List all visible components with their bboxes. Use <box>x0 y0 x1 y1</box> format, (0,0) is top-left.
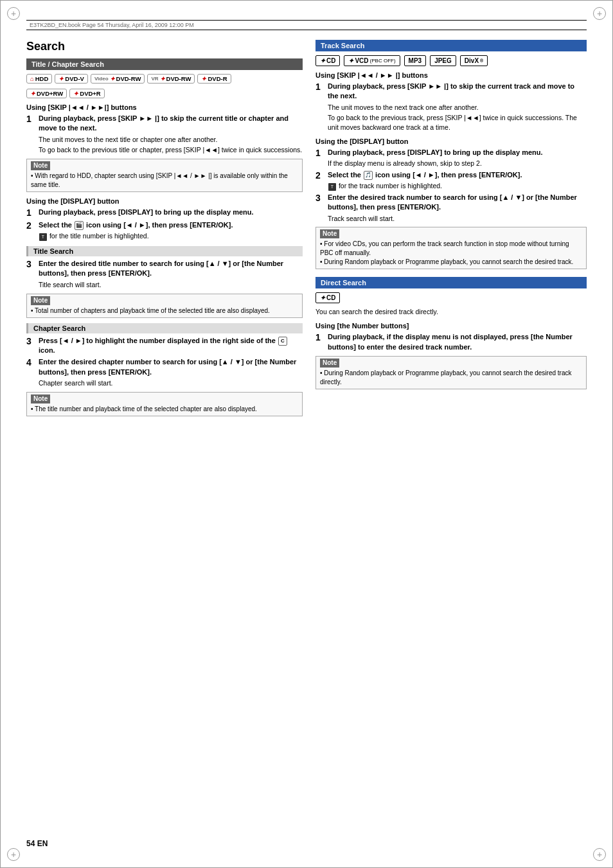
highlight-block-icon: T <box>39 233 47 241</box>
step-num-1ds: 1 <box>315 332 324 352</box>
direct-search-cd-icon: ✦CD <box>315 292 340 303</box>
step-2dr-main: Select the 🎵 icon using [◄ / ►], then pr… <box>328 170 587 180</box>
step-3dr-right: 3 Enter the desired track number to sear… <box>315 193 587 223</box>
step-2d-main: Select the 🎬 icon using [◄ / ►], then pr… <box>39 220 303 230</box>
track-icon-divx: DivX® <box>460 55 488 66</box>
device-vr-dvdrw: VR ✦DVD-RW <box>147 74 195 84</box>
note-text-skip: • With regard to HDD, chapter search usi… <box>31 172 298 190</box>
file-header-text: E3TK2BD_EN.book Page 54 Thursday, April … <box>30 22 194 28</box>
step-2d-note: T for the title number is highlighted. <box>39 231 303 241</box>
track-search-icon: 🎵 <box>364 171 373 180</box>
step-1dr-right: 1 During playback, press [DISPLAY] to br… <box>315 148 587 168</box>
note-label-direct: Note <box>320 359 339 368</box>
step-1dr-detail: If the display menu is already shown, sk… <box>328 159 587 168</box>
device-dvdv: ✦DVD-V <box>55 74 88 84</box>
step-num-2d: 2 <box>26 220 35 241</box>
step-1-main: During playback, press [SKIP ►► |] to sk… <box>39 114 303 134</box>
chapter-search-bar: Chapter Search <box>26 323 303 333</box>
corner-mark-bl <box>7 848 20 861</box>
track-search-bar: Track Search <box>315 40 587 51</box>
note-box-chapter: Note • The title number and playback tim… <box>26 392 303 416</box>
device-video-dvdrw: Video ✦DVD-RW <box>91 74 145 84</box>
step-1-left: 1 During playback, press [SKIP ►► |] to … <box>26 114 303 155</box>
step-1-detail2: To go back to the previous title or chap… <box>39 145 303 155</box>
corner-mark-tr <box>593 7 606 20</box>
step-3t-detail: Title search will start. <box>39 280 303 290</box>
note-text-track1: • For video CDs, you can perform the tra… <box>320 240 582 258</box>
note-text-direct: • During Random playback or Programme pl… <box>320 369 582 387</box>
title-search-bar: Title Search <box>26 246 303 256</box>
step-4c-main: Enter the desired chapter number to sear… <box>39 357 303 377</box>
direct-search-icon-row: ✦CD <box>315 292 587 303</box>
step-3t-left: 3 Enter the desired title number to sear… <box>26 259 303 289</box>
step-num-1: 1 <box>26 114 35 155</box>
step-1-direct: 1 During playback, if the display menu i… <box>315 332 587 352</box>
step-num-1dr: 1 <box>315 148 324 168</box>
step-2d-content: Select the 🎬 icon using [◄ / ►], then pr… <box>39 220 303 241</box>
step-3c-left: 3 Press [◄ / ►] to highlight the number … <box>26 336 303 356</box>
device-icons-row: ⌂HDD ✦DVD-V Video ✦DVD-RW VR ✦DVD-RW ✦DV… <box>26 74 303 84</box>
track-icon-mp3: MP3 <box>404 55 427 66</box>
step-1-detail1: The unit moves to the next title or chap… <box>39 135 303 145</box>
step-1d-content: During playback, press [DISPLAY] to brin… <box>39 208 303 218</box>
title-chapter-search-bar: Title / Chapter Search <box>26 58 303 70</box>
step-3c-content: Press [◄ / ►] to highlight the number di… <box>39 336 303 356</box>
left-column: Search Title / Chapter Search ⌂HDD ✦DVD-… <box>26 40 303 420</box>
two-column-layout: Search Title / Chapter Search ⌂HDD ✦DVD-… <box>26 40 587 420</box>
note-label-skip: Note <box>31 161 50 170</box>
step-2dr-right: 2 Select the 🎵 icon using [◄ / ►], then … <box>315 170 587 191</box>
direct-search-bar: Direct Search <box>315 277 587 288</box>
step-3dr-content: Enter the desired track number to search… <box>328 193 587 223</box>
device-dvdplusrw: ✦DVD+RW <box>26 89 67 98</box>
step-num-1r: 1 <box>315 82 324 132</box>
step-2dr-content: Select the 🎵 icon using [◄ / ►], then pr… <box>328 170 587 191</box>
right-column: Track Search ✦CD ✦VCD (PBC OFF) MP3 JPEG… <box>315 40 587 420</box>
using-number-heading: Using [the Number buttons] <box>315 322 587 330</box>
step-1-content: During playback, press [SKIP ►► |] to sk… <box>39 114 303 155</box>
step-1dr-content: During playback, press [DISPLAY] to brin… <box>328 148 587 168</box>
highlight-block-track-icon: T <box>328 183 336 191</box>
device-icons-row2: ✦DVD+RW ✦DVD+R <box>26 89 303 98</box>
using-display-heading-right: Using the [DISPLAY] button <box>315 137 587 145</box>
track-icon-cd: ✦CD <box>315 55 340 66</box>
step-1d-left: 1 During playback, press [DISPLAY] to br… <box>26 208 303 218</box>
step-2dr-note: T for the track number is highlighted. <box>328 181 587 191</box>
note-box-title: Note • Total number of chapters and play… <box>26 294 303 318</box>
device-dvdplusr: ✦DVD+R <box>69 89 104 98</box>
note-box-skip-left: Note • With regard to HDD, chapter searc… <box>26 159 303 192</box>
step-3t-main: Enter the desired title number to search… <box>39 259 303 279</box>
direct-search-description: You can search the desired track directl… <box>315 307 587 317</box>
note-text-title: • Total number of chapters and playback … <box>31 306 298 315</box>
track-icon-jpeg: JPEG <box>430 55 456 66</box>
note-text-track2: • During Random playback or Programme pl… <box>320 258 582 267</box>
step-3t-content: Enter the desired title number to search… <box>39 259 303 289</box>
step-1r-detail1: The unit moves to the next track one aft… <box>328 103 587 112</box>
step-num-3c: 3 <box>26 336 35 356</box>
note-text-chapter: • The title number and playback time of … <box>31 405 298 414</box>
note-box-track: Note • For video CDs, you can perform th… <box>315 227 587 269</box>
step-1-right: 1 During playback, press [SKIP ►► |] to … <box>315 82 587 132</box>
note-label-track: Note <box>320 229 339 238</box>
section-title: Search <box>26 40 303 53</box>
step-1ds-main: During playback, if the display menu is … <box>328 332 587 352</box>
track-icons-row: ✦CD ✦VCD (PBC OFF) MP3 JPEG DivX® <box>315 55 587 66</box>
step-2d-left: 2 Select the 🎬 icon using [◄ / ►], then … <box>26 220 303 241</box>
step-num-3t: 3 <box>26 259 35 289</box>
pbc-off-label: (PBC OFF) <box>370 58 396 64</box>
step-4c-left: 4 Enter the desired chapter number to se… <box>26 357 303 387</box>
step-num-1d: 1 <box>26 208 35 218</box>
device-hdd: ⌂HDD <box>26 74 52 84</box>
step-1r-main: During playback, press [SKIP ►► |] to sk… <box>328 82 587 102</box>
step-3dr-detail: Track search will start. <box>328 214 587 224</box>
note-label-chapter: Note <box>31 394 50 403</box>
title-search-icon: 🎬 <box>75 221 84 230</box>
step-4c-content: Enter the desired chapter number to sear… <box>39 357 303 387</box>
track-icon-vcd: ✦VCD (PBC OFF) <box>344 55 400 66</box>
step-3dr-main: Enter the desired track number to search… <box>328 193 587 213</box>
step-4c-detail: Chapter search will start. <box>39 378 303 388</box>
note-box-direct: Note • During Random playback or Program… <box>315 356 587 389</box>
note-label-title: Note <box>31 296 50 305</box>
corner-mark-tl <box>7 7 20 20</box>
step-1r-detail2: To go back to the previous track, press … <box>328 113 587 132</box>
step-1d-main: During playback, press [DISPLAY] to brin… <box>39 208 303 217</box>
